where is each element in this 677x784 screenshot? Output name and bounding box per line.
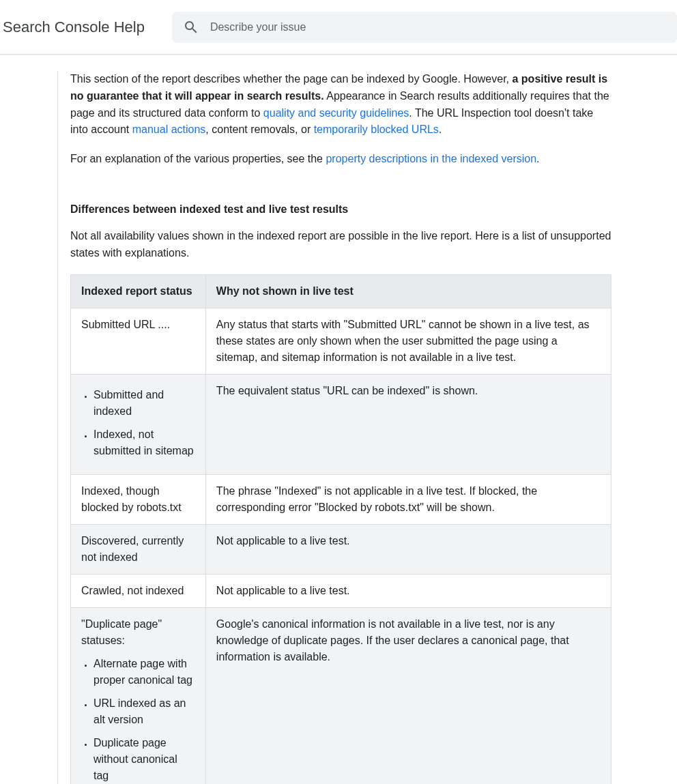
list-item: Indexed, not submitted in sitemap <box>93 426 195 459</box>
section-intro: Not all availability values shown in the… <box>70 228 611 262</box>
blocked-urls-link[interactable]: temporarily blocked URLs <box>314 124 439 135</box>
cell-text: Indexed, though blocked by robots.txt <box>81 485 182 513</box>
table-row: "Duplicate page" statuses:Alternate page… <box>71 607 611 784</box>
table-row: Discovered, currently not indexedNot app… <box>71 524 611 574</box>
search-container[interactable] <box>172 12 677 43</box>
table-cell-status: Submitted URL .... <box>71 308 206 374</box>
cell-label: "Duplicate page" statuses: <box>81 616 195 649</box>
table-cell-status: Indexed, though blocked by robots.txt <box>71 474 206 524</box>
app-title: Search Console Help <box>0 18 172 36</box>
text: For an explanation of the various proper… <box>70 153 326 164</box>
differences-table: Indexed report status Why not shown in l… <box>70 274 611 784</box>
table-cell-status: "Duplicate page" statuses:Alternate page… <box>71 607 206 784</box>
header-bar: Search Console Help <box>0 0 677 55</box>
content-wrap: This section of the report describes whe… <box>0 55 677 784</box>
list-item: Submitted and indexed <box>93 387 195 420</box>
cell-text: Submitted URL .... <box>81 319 170 330</box>
main-content: This section of the report describes whe… <box>57 71 617 784</box>
table-row: Indexed, though blocked by robots.txtThe… <box>71 474 611 524</box>
section-heading: Differences between indexed test and liv… <box>70 203 611 216</box>
table-cell-status: Crawled, not indexed <box>71 574 206 607</box>
text: . <box>536 153 539 164</box>
intro-paragraph-1: This section of the report describes whe… <box>70 71 611 139</box>
table-cell-reason: Not applicable to a live test. <box>205 574 611 607</box>
table-row: Submitted URL ....Any status that starts… <box>71 308 611 374</box>
table-row: Submitted and indexedIndexed, not submit… <box>71 374 611 474</box>
intro-paragraph-2: For an explanation of the various proper… <box>70 151 611 168</box>
cell-text: Crawled, not indexed <box>81 585 184 596</box>
table-header-col1: Indexed report status <box>71 274 206 308</box>
cell-list: Alternate page with proper canonical tag… <box>84 656 195 784</box>
text: This section of the report describes whe… <box>70 73 513 85</box>
manual-actions-link[interactable]: manual actions <box>132 124 206 135</box>
table-cell-reason: The phrase "Indexed" is not applicable i… <box>205 474 611 524</box>
table-cell-reason: Google's canonical information is not av… <box>205 607 611 784</box>
quality-guidelines-link[interactable]: quality and security guidelines <box>263 107 409 119</box>
table-cell-reason: The equivalent status "URL can be indexe… <box>205 374 611 474</box>
table-cell-status: Submitted and indexedIndexed, not submit… <box>71 374 206 474</box>
table-cell-reason: Any status that starts with "Submitted U… <box>205 308 611 374</box>
cell-text: Discovered, currently not indexed <box>81 535 184 563</box>
table-header-col2: Why not shown in live test <box>205 274 611 308</box>
search-icon <box>183 19 199 35</box>
text: , content removals, or <box>205 124 313 135</box>
list-item: URL indexed as an alt version <box>93 695 195 728</box>
property-descriptions-link[interactable]: property descriptions in the indexed ver… <box>326 153 536 164</box>
table-row: Crawled, not indexedNot applicable to a … <box>71 574 611 607</box>
list-item: Alternate page with proper canonical tag <box>93 656 195 688</box>
table-cell-status: Discovered, currently not indexed <box>71 524 206 574</box>
table-cell-reason: Not applicable to a live test. <box>205 524 611 574</box>
cell-list: Submitted and indexedIndexed, not submit… <box>84 387 195 459</box>
search-input[interactable] <box>210 21 666 33</box>
text: . <box>439 124 442 135</box>
list-item: Duplicate page without canonical tag <box>93 735 195 784</box>
table-header-row: Indexed report status Why not shown in l… <box>71 274 611 308</box>
table-body: Submitted URL ....Any status that starts… <box>71 308 611 784</box>
